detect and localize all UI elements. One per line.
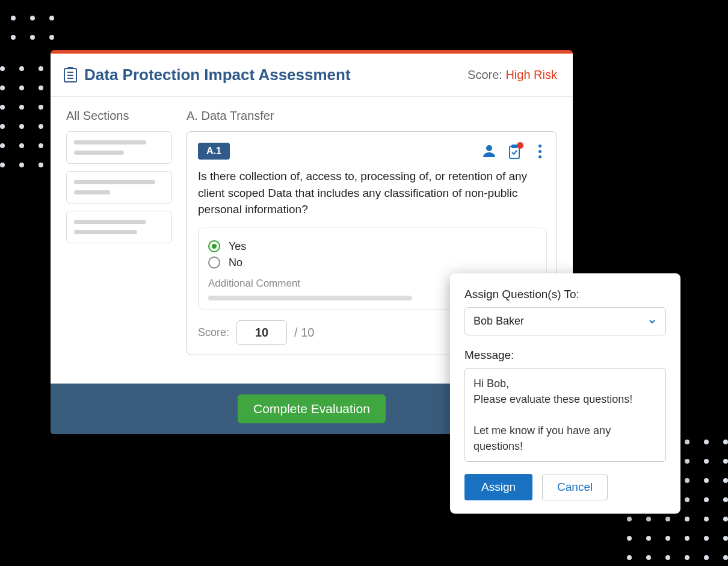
sections-heading: All Sections <box>66 109 172 123</box>
radio-yes-label: Yes <box>229 240 246 253</box>
chevron-down-icon <box>647 317 657 326</box>
svg-rect-2 <box>512 145 517 148</box>
radio-no[interactable]: No <box>208 257 537 269</box>
header-score-value: High Risk <box>505 68 557 81</box>
assign-buttons: Assign Cancel <box>464 474 666 500</box>
page-title: Data Protection Impact Assessment <box>84 66 467 84</box>
checklist-icon <box>64 68 77 82</box>
question-top-row: A.1 <box>198 143 547 160</box>
radio-no-label: No <box>229 257 242 269</box>
sections-column: All Sections <box>66 109 172 384</box>
radio-yes[interactable]: Yes <box>208 240 537 253</box>
question-badge: A.1 <box>198 143 230 160</box>
assign-title: Assign Question(s) To: <box>464 288 666 301</box>
question-text: Is there collection of, access to, proce… <box>198 168 547 218</box>
card-header: Data Protection Impact Assessment Score:… <box>51 54 573 97</box>
decorative-dots-top-left <box>11 16 54 40</box>
radio-no-input[interactable] <box>208 257 220 269</box>
question-score-max: / 10 <box>294 326 314 340</box>
section-placeholder-3[interactable] <box>66 211 172 243</box>
assign-popover: Assign Question(s) To: Bob Baker Message… <box>450 273 680 514</box>
question-score-label: Score: <box>198 326 229 339</box>
notification-dot <box>517 142 523 149</box>
assign-button[interactable]: Assign <box>464 474 532 500</box>
section-placeholder-1[interactable] <box>66 131 172 164</box>
message-textarea[interactable]: Hi Bob, Please evaluate these questions!… <box>464 368 666 462</box>
complete-evaluation-button[interactable]: Complete Evaluation <box>238 394 386 423</box>
assignee-value: Bob Baker <box>474 315 647 328</box>
assignee-select[interactable]: Bob Baker <box>464 307 666 335</box>
clipboard-check-icon[interactable] <box>507 144 522 158</box>
radio-yes-input[interactable] <box>208 240 220 252</box>
header-score-label: Score: <box>467 68 505 81</box>
svg-point-0 <box>486 145 492 151</box>
section-placeholder-2[interactable] <box>66 171 172 204</box>
more-options-icon[interactable] <box>532 144 547 158</box>
person-icon[interactable] <box>482 144 496 158</box>
decorative-dots-left <box>0 66 43 167</box>
cancel-button[interactable]: Cancel <box>542 474 608 500</box>
message-label: Message: <box>464 349 666 362</box>
comment-placeholder-bar[interactable] <box>208 296 412 300</box>
question-score-input[interactable] <box>236 320 287 345</box>
section-title: A. Data Transfer <box>187 109 557 123</box>
header-score: Score: High Risk <box>467 68 557 82</box>
